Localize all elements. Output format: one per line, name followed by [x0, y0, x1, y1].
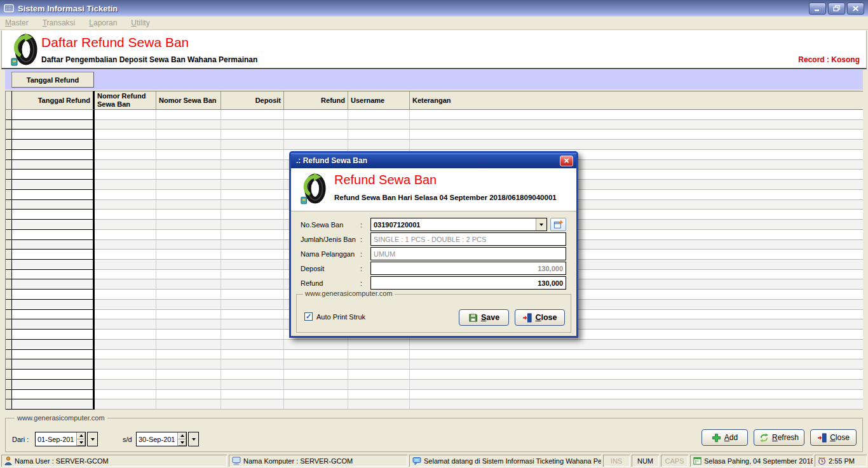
field-row-nama-pelanggan: Nama Pelanggan : [301, 247, 566, 260]
row-selector-cell [6, 190, 12, 200]
table-cell [156, 310, 221, 320]
table-cell [221, 190, 284, 200]
date-from-spin-up-button[interactable] [77, 432, 85, 439]
date-from-dropdown-button[interactable] [87, 432, 98, 446]
dialog-close-button[interactable]: Close [515, 309, 565, 326]
menu-transaksi[interactable]: Transaksi [43, 18, 76, 27]
refresh-button[interactable]: Refresh [754, 429, 804, 446]
date-to-dropdown-button[interactable] [188, 432, 199, 446]
dialog-close-icon[interactable]: ✕ [560, 156, 573, 166]
menu-utility[interactable]: Utility [131, 18, 149, 27]
row-selector-header [6, 91, 12, 110]
table-cell [156, 200, 221, 210]
no-sewa-ban-combobox[interactable] [370, 218, 547, 231]
table-row[interactable] [6, 359, 863, 370]
row-selector-cell [6, 310, 12, 320]
table-cell [156, 220, 221, 230]
table-cell [284, 359, 348, 370]
table-cell [156, 190, 221, 200]
table-cell [156, 180, 221, 190]
table-row[interactable] [6, 140, 863, 150]
date-to-spin-up-button[interactable] [178, 432, 186, 439]
date-from-spin-down-button[interactable] [77, 439, 85, 446]
new-record-button[interactable] [550, 218, 566, 231]
window-title: Sistem Informasi Ticketin [18, 4, 118, 13]
auto-print-checkbox[interactable]: ✓ [304, 312, 313, 321]
date-from-control [35, 432, 98, 446]
table-cell [12, 190, 95, 200]
menu-laporan[interactable]: Laporan [89, 18, 117, 27]
table-cell [156, 170, 221, 180]
minimize-button[interactable] [809, 3, 826, 15]
table-row[interactable] [6, 399, 863, 410]
status-time-panel: 2:55 PM [815, 455, 867, 467]
auto-print-label: Auto Print Struk [316, 313, 365, 321]
table-cell [12, 319, 95, 330]
table-cell [410, 370, 863, 380]
status-num-indicator: NUM [632, 455, 659, 467]
tanggal-refund-sort-button[interactable]: Tanggal Refund [11, 72, 94, 88]
table-header: Tanggal Refund Nomor Refund Sewa Ban Nom… [6, 91, 863, 110]
table-row[interactable] [6, 380, 863, 390]
table-row[interactable] [6, 390, 863, 400]
save-button[interactable]: Save [459, 309, 509, 326]
table-cell [12, 340, 95, 350]
table-cell [12, 380, 95, 390]
column-header-refund: Refund [284, 91, 348, 110]
table-cell [95, 140, 156, 150]
dari-label: Dari : [12, 436, 29, 443]
menu-master[interactable]: Master [5, 18, 29, 27]
status-ins-indicator: INS [603, 455, 630, 467]
table-row[interactable] [6, 110, 863, 120]
table-cell [95, 120, 156, 130]
calendar-icon [693, 457, 702, 465]
table-cell [410, 110, 863, 120]
table-cell [156, 390, 221, 400]
table-cell [95, 399, 156, 410]
field-row-deposit: Deposit : [301, 262, 566, 275]
table-cell [221, 359, 284, 370]
refund-input[interactable] [370, 276, 566, 290]
footer-group-label: www.generasicomputer.com [15, 414, 107, 422]
table-cell [95, 279, 156, 290]
combo-dropdown-button[interactable] [536, 218, 546, 231]
date-to-spin-down-button[interactable] [178, 439, 186, 446]
table-cell [12, 120, 95, 130]
table-cell [221, 200, 284, 210]
table-cell [156, 110, 221, 120]
save-floppy-icon [468, 313, 478, 323]
table-row[interactable] [6, 350, 863, 360]
table-cell [221, 250, 284, 260]
table-cell [95, 180, 156, 190]
table-cell [221, 120, 284, 130]
no-sewa-ban-input[interactable] [371, 218, 536, 231]
date-to-input[interactable] [137, 432, 177, 446]
table-cell [12, 180, 95, 190]
restore-button[interactable] [828, 3, 845, 15]
table-row[interactable] [6, 370, 863, 380]
table-cell [348, 350, 410, 360]
message-icon [412, 457, 421, 465]
table-cell [156, 279, 221, 290]
row-selector-cell [6, 230, 12, 240]
filter-toolbar: Tanggal Refund [5, 70, 863, 90]
row-selector-cell [6, 330, 12, 340]
status-caps-indicator: CAPS [661, 455, 688, 467]
table-row[interactable] [6, 130, 863, 140]
field-row-refund: Refund : [301, 276, 566, 290]
table-cell [221, 300, 284, 310]
table-cell [12, 390, 95, 400]
table-cell [12, 130, 95, 140]
row-selector-cell [6, 150, 12, 160]
date-from-input[interactable] [36, 432, 76, 446]
table-cell [95, 210, 156, 220]
table-row[interactable] [6, 340, 863, 350]
table-cell [156, 319, 221, 330]
close-window-button[interactable] [847, 3, 864, 15]
close-button[interactable]: Close [810, 429, 857, 446]
table-row[interactable] [6, 120, 863, 130]
table-cell [156, 140, 221, 150]
add-button[interactable]: Add [702, 429, 748, 446]
table-cell [156, 240, 221, 250]
row-selector-cell [6, 370, 12, 380]
